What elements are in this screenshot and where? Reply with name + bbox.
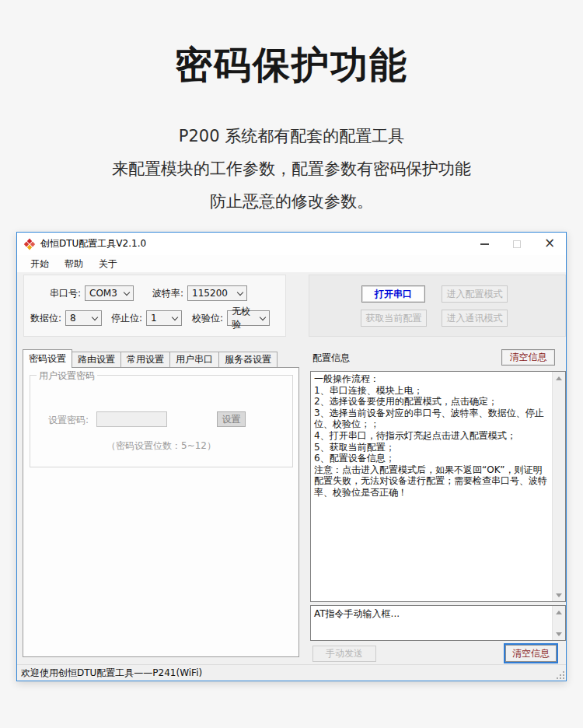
config-info-text: 一般操作流程： 1、串口连接、模块上电； 2、选择设备要使用的配置模式，点击确定…: [311, 372, 552, 601]
minimize-icon: [480, 243, 489, 245]
scroll-up-icon[interactable]: [553, 606, 565, 618]
hero-section: 密码保护功能 P200 系统都有配套的配置工具 来配置模块的工作参数，配置参数有…: [0, 0, 583, 218]
serial-port-value: COM3: [89, 288, 117, 299]
clear-info-button-bottom[interactable]: 清空信息: [505, 645, 557, 662]
data-bits-value: 8: [70, 313, 76, 324]
menu-about[interactable]: 关于: [93, 255, 124, 273]
tab-route-settings[interactable]: 路由设置: [72, 352, 121, 368]
config-info-logbox[interactable]: 一般操作流程： 1、串口连接、模块上电； 2、选择设备要使用的配置模式，点击确定…: [310, 371, 566, 602]
actions-panel: 打开串口 进入配置模式 获取当前配置 进入通讯模式: [309, 275, 566, 337]
manual-send-button: 手动发送: [312, 646, 376, 662]
at-command-inputbox[interactable]: AT指令手动输入框...: [310, 605, 566, 641]
scroll-down-icon[interactable]: [553, 589, 565, 601]
page-title: 密码保护功能: [0, 40, 583, 90]
tab-common-settings[interactable]: 常用设置: [121, 352, 170, 368]
status-bar: 欢迎使用创恒DTU配置工具——P241(WiFi): [17, 664, 566, 681]
data-bits-select[interactable]: 8: [65, 310, 102, 326]
scroll-down-icon[interactable]: [553, 628, 565, 640]
close-button[interactable]: ×: [533, 233, 566, 255]
status-text: 欢迎使用创恒DTU配置工具——P241(WiFi): [21, 667, 202, 680]
chevron-down-icon: [237, 289, 243, 295]
baud-rate-value: 115200: [192, 288, 228, 299]
menu-start[interactable]: 开始: [24, 255, 55, 273]
parity-label: 校验位:: [192, 312, 223, 325]
settings-tabstrip: 密码设置 路由设置 常用设置 用户串口 服务器设置: [23, 349, 278, 368]
minimize-button[interactable]: [468, 233, 501, 255]
tab-password-settings[interactable]: 密码设置: [23, 349, 72, 368]
config-info-label: 配置信息: [312, 352, 350, 365]
get-current-config-button: 获取当前配置: [361, 310, 427, 327]
set-password-button: 设置: [217, 411, 246, 427]
baud-rate-label: 波特率:: [152, 287, 183, 300]
parity-select[interactable]: 无校验: [227, 310, 270, 326]
app-window: 创恒DTU配置工具V2.1.0 × 开始 帮助 关于 串口号: COM3 波特率…: [16, 232, 567, 681]
subtitle-line: 来配置模块的工作参数，配置参数有密码保护功能: [0, 152, 583, 185]
maximize-button: [501, 233, 533, 255]
stop-bits-value: 1: [151, 313, 157, 324]
enter-comm-mode-button: 进入通讯模式: [442, 310, 508, 327]
baud-rate-select[interactable]: 115200: [187, 285, 247, 301]
enter-config-mode-button: 进入配置模式: [442, 285, 508, 303]
close-icon: ×: [544, 236, 555, 250]
chevron-down-icon: [260, 313, 266, 320]
scroll-up-icon[interactable]: [553, 372, 565, 384]
password-settings-page: 用户设置密码 设置密码: 设置 （密码设置位数：5~12）: [23, 367, 299, 657]
log-scrollbar[interactable]: [552, 372, 565, 601]
page-subtitle: P200 系统都有配套的配置工具 来配置模块的工作参数，配置参数有密码保护功能 …: [0, 120, 583, 218]
subtitle-line: 防止恶意的修改参数。: [0, 185, 583, 218]
serial-settings-panel: 串口号: COM3 波特率: 115200 数据位: 8 停止位: 1: [23, 275, 286, 337]
tab-user-serial[interactable]: 用户串口: [170, 352, 219, 368]
clear-info-button-top[interactable]: 清空信息: [501, 349, 555, 366]
tab-server-settings[interactable]: 服务器设置: [219, 352, 278, 368]
chevron-down-icon: [172, 313, 178, 320]
parity-value: 无校验: [232, 305, 257, 331]
at-command-text: AT指令手动输入框...: [311, 606, 552, 622]
password-input[interactable]: [96, 411, 167, 427]
title-bar: 创恒DTU配置工具V2.1.0 ×: [17, 233, 566, 255]
stop-bits-select[interactable]: 1: [146, 310, 182, 326]
chevron-down-icon: [124, 289, 130, 295]
maximize-icon: [513, 240, 521, 248]
chevron-down-icon: [92, 313, 98, 320]
stop-bits-label: 停止位:: [111, 312, 142, 325]
data-bits-label: 数据位:: [30, 312, 61, 325]
app-logo-icon: [23, 238, 36, 250]
serial-port-label: 串口号:: [50, 287, 81, 300]
window-controls: ×: [468, 233, 566, 255]
serial-port-select[interactable]: COM3: [85, 285, 134, 301]
menu-bar: 开始 帮助 关于: [17, 255, 566, 272]
resize-grip[interactable]: [557, 671, 564, 679]
window-title: 创恒DTU配置工具V2.1.0: [40, 237, 468, 250]
set-password-label: 设置密码:: [48, 414, 89, 427]
menu-help[interactable]: 帮助: [58, 255, 89, 273]
password-length-hint: （密码设置位数：5~12）: [30, 439, 292, 453]
subtitle-line: P200 系统都有配套的配置工具: [0, 120, 583, 152]
at-scrollbar[interactable]: [552, 606, 565, 640]
groupbox-title: 用户设置密码: [37, 369, 97, 383]
open-serial-port-button[interactable]: 打开串口: [361, 285, 425, 303]
user-password-groupbox: 用户设置密码 设置密码: 设置 （密码设置位数：5~12）: [30, 375, 293, 467]
